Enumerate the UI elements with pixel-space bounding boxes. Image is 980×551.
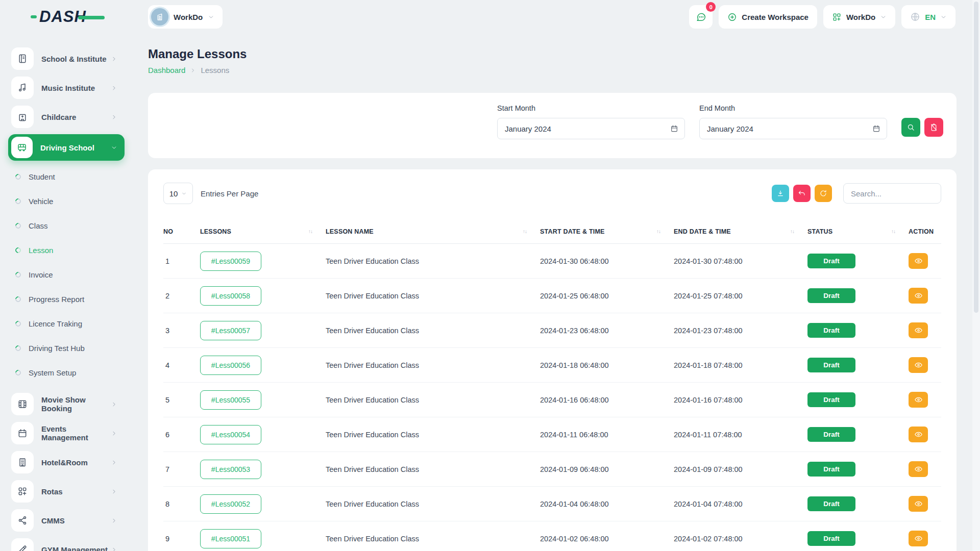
scrollbar[interactable] <box>972 0 980 551</box>
cell-start-datetime: 2024-01-04 06:48:00 <box>540 500 674 508</box>
sidebar-item-gym-management[interactable]: GYM Management <box>8 538 125 551</box>
view-lesson-button[interactable] <box>909 357 928 373</box>
sidebar-subitem-licence-traking[interactable]: Licence Traking <box>9 316 125 331</box>
cell-end-datetime: 2024-01-02 07:48:00 <box>674 535 807 543</box>
sort-icon[interactable]: ↑↓ <box>656 229 660 234</box>
refresh-button[interactable] <box>815 185 832 202</box>
table-row: 5#Less00055Teen Driver Education Class20… <box>163 383 941 417</box>
sidebar-item-childcare[interactable]: Childcare <box>8 105 125 129</box>
sort-icon[interactable]: ↑↓ <box>308 229 312 234</box>
view-lesson-button[interactable] <box>909 253 928 269</box>
lesson-id-link[interactable]: #Less00052 <box>200 494 261 514</box>
sidebar-subitem-student[interactable]: Student <box>9 169 125 184</box>
sidebar-item-movie-show-booking[interactable]: Movie Show Booking <box>8 392 125 416</box>
chevron-right-icon <box>111 56 117 62</box>
eye-icon <box>914 395 923 404</box>
sort-icon[interactable]: ↑↓ <box>523 229 527 234</box>
breadcrumb-dashboard-link[interactable]: Dashboard <box>148 66 185 74</box>
breadcrumb: Dashboard Lessons <box>148 66 957 74</box>
export-button[interactable] <box>772 185 789 202</box>
lesson-id-link[interactable]: #Less00055 <box>200 390 261 410</box>
sidebar-item-cmms[interactable]: CMMS <box>8 509 125 532</box>
table-row: 1#Less00059Teen Driver Education Class20… <box>163 244 941 279</box>
view-lesson-button[interactable] <box>909 461 928 477</box>
workspace-switcher[interactable]: WorkDo <box>148 5 223 29</box>
sidebar-item-school-institute[interactable]: School & Institute <box>8 47 125 70</box>
sidebar-subitem-vehicle[interactable]: Vehicle <box>9 193 125 209</box>
sidebar-item-events-management[interactable]: Events Management <box>8 421 125 445</box>
lesson-id-link[interactable]: #Less00057 <box>200 321 261 340</box>
sidebar-item-hotel-room[interactable]: Hotel&Room <box>8 450 125 474</box>
cell-lesson-id: #Less00052 <box>200 494 326 514</box>
lesson-id-link[interactable]: #Less00059 <box>200 252 261 271</box>
lesson-id-link[interactable]: #Less00056 <box>200 356 261 375</box>
column-header-end-date-time[interactable]: END DATE & TIME↑↓ <box>674 228 807 235</box>
column-header-lesson-name[interactable]: LESSON NAME↑↓ <box>326 228 540 235</box>
table-header-row: NOLESSONS↑↓LESSON NAME↑↓START DATE & TIM… <box>163 219 941 244</box>
table-controls: 10 Entries Per Page <box>163 183 941 204</box>
scrollbar-thumb[interactable] <box>974 2 978 313</box>
lesson-id-link[interactable]: #Less00058 <box>200 286 261 306</box>
bullet-icon <box>14 295 22 303</box>
view-lesson-button[interactable] <box>909 288 928 304</box>
sidebar-subitem-lesson[interactable]: Lesson <box>9 242 125 258</box>
cell-no: 3 <box>163 327 200 335</box>
workspace-menu-button[interactable]: WorkDo <box>823 5 895 29</box>
column-header-action: ACTION <box>909 228 941 235</box>
sort-icon[interactable]: ↑↓ <box>891 229 895 234</box>
start-month-input[interactable]: January 2024 <box>497 118 685 139</box>
column-header-status[interactable]: STATUS↑↓ <box>807 228 909 235</box>
table-search-input[interactable] <box>843 183 941 204</box>
cell-start-datetime: 2024-01-09 06:48:00 <box>540 465 674 473</box>
sidebar-subitem-progress-report[interactable]: Progress Report <box>9 291 125 307</box>
calendar-picker-icon[interactable] <box>670 124 678 133</box>
cell-lesson-name: Teen Driver Education Class <box>326 465 540 473</box>
eye-icon <box>914 430 923 439</box>
hotel-building-icon <box>11 451 34 473</box>
cell-lesson-id: #Less00058 <box>200 286 326 306</box>
messages-button[interactable]: 0 <box>689 5 713 29</box>
column-header-start-date-time[interactable]: START DATE & TIME↑↓ <box>540 228 674 235</box>
bullet-icon <box>14 197 22 205</box>
chevron-down-icon <box>880 14 887 20</box>
cell-action <box>909 427 941 442</box>
cell-status: Draft <box>807 462 909 477</box>
cell-status: Draft <box>807 288 909 303</box>
sidebar-item-music-institute[interactable]: Music Institute <box>8 76 125 99</box>
sidebar-item-driving-school[interactable]: Driving School <box>8 134 125 161</box>
filter-reset-button[interactable] <box>924 118 943 137</box>
grid-plus-icon <box>11 480 34 503</box>
topbar-left: DASH <box>0 8 134 26</box>
lesson-id-link[interactable]: #Less00051 <box>200 529 261 548</box>
table-body: 1#Less00059Teen Driver Education Class20… <box>163 244 941 551</box>
messages-badge: 0 <box>706 2 716 12</box>
calendar-picker-icon[interactable] <box>872 124 880 133</box>
undo-button[interactable] <box>793 185 811 202</box>
create-workspace-button[interactable]: Create Workspace <box>719 5 817 29</box>
filter-search-button[interactable] <box>901 118 920 137</box>
cell-start-datetime: 2024-01-25 06:48:00 <box>540 292 674 300</box>
sidebar-subitem-driving-test-hub[interactable]: Driving Test Hub <box>9 340 125 356</box>
sort-icon[interactable]: ↑↓ <box>790 229 794 234</box>
column-header-lessons[interactable]: LESSONS↑↓ <box>200 228 326 235</box>
sidebar-item-rotas[interactable]: Rotas <box>8 480 125 503</box>
view-lesson-button[interactable] <box>909 392 928 408</box>
view-lesson-button[interactable] <box>909 496 928 512</box>
sidebar-item-label: Hotel&Room <box>41 458 111 467</box>
logo-accent-right <box>78 16 105 19</box>
topbar-actions: 0 Create Workspace WorkDo EN <box>689 5 955 29</box>
view-lesson-button[interactable] <box>909 322 928 338</box>
status-badge: Draft <box>807 323 855 338</box>
sidebar-subitem-invoice[interactable]: Invoice <box>9 267 125 282</box>
sidebar-subitem-system-setup[interactable]: System Setup <box>9 365 125 380</box>
dash-logo[interactable]: DASH <box>31 8 105 26</box>
lesson-id-link[interactable]: #Less00053 <box>200 460 261 479</box>
sidebar-subitem-class[interactable]: Class <box>9 218 125 233</box>
lesson-id-link[interactable]: #Less00054 <box>200 425 261 444</box>
view-lesson-button[interactable] <box>909 531 928 546</box>
end-month-input[interactable]: January 2024 <box>699 118 887 139</box>
language-menu-button[interactable]: EN <box>901 5 955 29</box>
plus-circle-icon <box>727 12 737 22</box>
view-lesson-button[interactable] <box>909 427 928 442</box>
entries-per-page-select[interactable]: 10 <box>163 183 193 204</box>
